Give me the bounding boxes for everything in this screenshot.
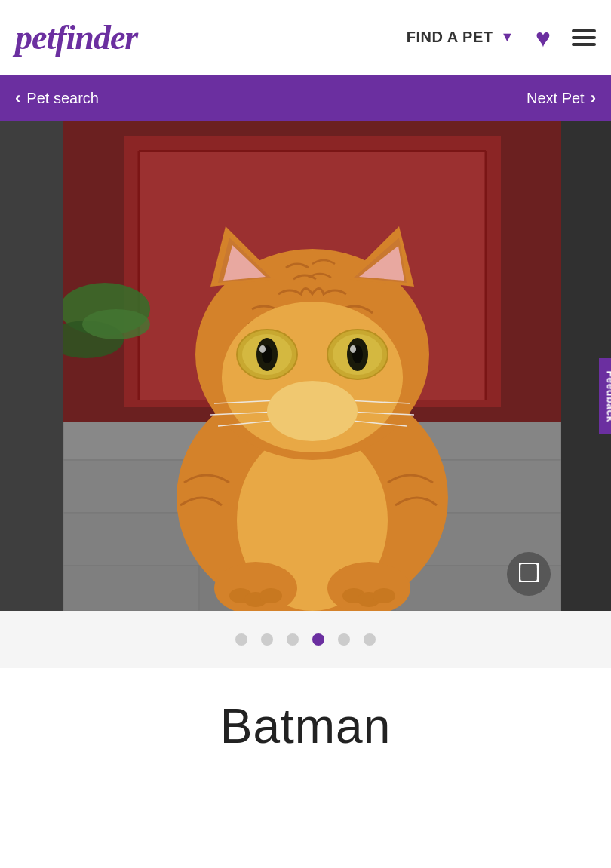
next-label: Next Pet [527, 90, 585, 107]
svg-rect-11 [63, 566, 199, 611]
svg-point-22 [82, 309, 150, 339]
svg-point-52 [267, 381, 358, 441]
pet-nav-bar: ‹ Pet search Next Pet › [0, 75, 611, 121]
svg-point-60 [373, 588, 395, 603]
gallery-dots [0, 611, 611, 668]
svg-point-37 [259, 345, 266, 353]
logo-text: petfinder [15, 17, 137, 57]
favorites-button[interactable]: ♥ [536, 25, 551, 51]
pet-search-back-button[interactable]: ‹ Pet search [15, 88, 99, 108]
gallery-dot-6[interactable] [364, 633, 376, 646]
gallery-dot-3[interactable] [287, 633, 299, 646]
find-a-pet-button[interactable]: FIND A PET ▼ [407, 29, 514, 46]
back-label: Pet search [26, 90, 99, 107]
gallery-dot-2[interactable] [261, 633, 273, 646]
pet-name: Batman [15, 698, 596, 754]
gallery-dot-5[interactable] [338, 633, 350, 646]
header-nav: FIND A PET ▼ ♥ [407, 25, 596, 51]
menu-line-2 [572, 36, 596, 39]
fullscreen-icon [519, 563, 539, 585]
gallery-dot-4[interactable] [312, 633, 324, 646]
svg-rect-61 [520, 563, 538, 581]
site-header: petfinder FIND A PET ▼ ♥ [0, 0, 611, 75]
hamburger-menu-button[interactable] [572, 29, 596, 46]
pet-name-section: Batman [0, 668, 611, 769]
logo: petfinder [15, 17, 407, 57]
heart-icon: ♥ [536, 23, 551, 52]
pet-main-photo[interactable] [63, 121, 561, 611]
menu-line-1 [572, 29, 596, 32]
menu-line-3 [572, 43, 596, 46]
chevron-down-icon: ▼ [500, 29, 514, 45]
svg-point-43 [350, 345, 356, 353]
svg-point-57 [259, 588, 282, 603]
feedback-label: Feedback [605, 370, 611, 422]
next-pet-button[interactable]: Next Pet › [527, 88, 596, 108]
pet-photo-gallery [0, 121, 611, 611]
gallery-dot-1[interactable] [235, 633, 247, 646]
back-chevron-icon: ‹ [15, 88, 20, 108]
svg-rect-5 [63, 460, 184, 513]
fullscreen-button[interactable] [507, 552, 551, 596]
gallery-left-panel[interactable] [0, 121, 63, 611]
next-chevron-icon: › [591, 88, 596, 108]
cat-photo-svg [63, 121, 561, 611]
find-pet-label: FIND A PET [407, 29, 493, 46]
feedback-button[interactable]: Feedback [599, 358, 611, 434]
